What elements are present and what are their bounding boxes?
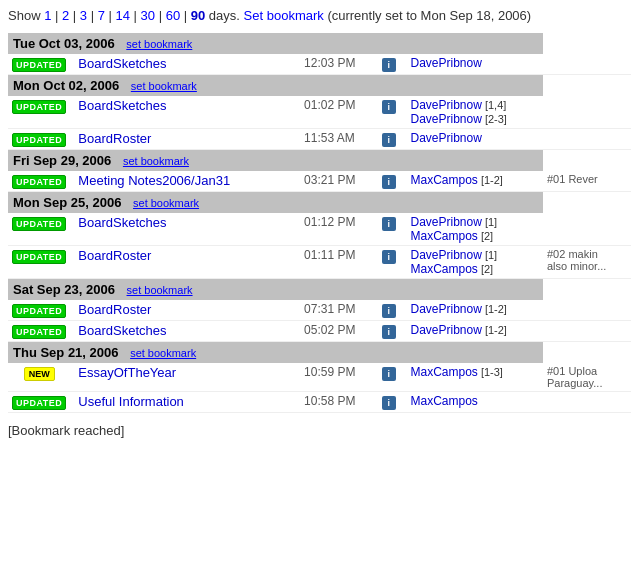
set-bookmark-date-link[interactable]: set bookmark [126,38,192,50]
author-link[interactable]: MaxCampos [410,262,477,276]
comment-cell [543,213,631,246]
author-cell: MaxCampos [406,392,543,413]
author-link[interactable]: MaxCampos [410,365,477,379]
day-7-link[interactable]: 7 [98,8,105,23]
info-icon-cell[interactable]: i [378,54,407,75]
page-link[interactable]: BoardSketches [78,323,166,338]
author-link[interactable]: DavePribnow [410,215,481,229]
info-icon-cell[interactable]: i [378,300,407,321]
badge-cell: UPDATED [8,246,70,279]
page-link[interactable]: BoardRoster [78,248,151,263]
updated-badge: UPDATED [12,250,66,264]
author-link[interactable]: DavePribnow [410,248,481,262]
author-link[interactable]: MaxCampos [410,173,477,187]
badge-cell: UPDATED [8,392,70,413]
info-icon[interactable]: i [382,217,396,231]
info-icon-cell[interactable]: i [378,171,407,192]
day-2-link[interactable]: 2 [62,8,69,23]
day-30-link[interactable]: 30 [141,8,155,23]
info-icon-cell[interactable]: i [378,392,407,413]
set-bookmark-date-link[interactable]: set bookmark [127,284,193,296]
set-bookmark-date-link[interactable]: set bookmark [130,347,196,359]
date-row: Thu Sep 21, 2006 set bookmark [8,342,631,364]
page-link[interactable]: BoardSketches [78,56,166,71]
date-label: Tue Oct 03, 2006 [13,36,115,51]
page-cell: EssayOfTheYear [70,363,300,392]
author-suffix: [2] [478,263,493,275]
author-link[interactable]: DavePribnow [410,131,481,145]
current-bookmark: (currently set to Mon Sep 18, 2006) [327,8,531,23]
set-bookmark-date-link[interactable]: set bookmark [131,80,197,92]
author-link[interactable]: DavePribnow [410,112,481,126]
author-link[interactable]: MaxCampos [410,229,477,243]
info-icon-cell[interactable]: i [378,213,407,246]
time-cell: 12:03 PM [300,54,378,75]
badge-cell: UPDATED [8,129,70,150]
page-link[interactable]: Useful Information [78,394,184,409]
date-row: Sat Sep 23, 2006 set bookmark [8,279,631,301]
info-icon-cell[interactable]: i [378,129,407,150]
badge-cell: UPDATED [8,96,70,129]
date-label: Thu Sep 21, 2006 [13,345,119,360]
page-link[interactable]: Meeting Notes2006/Jan31 [78,173,230,188]
date-row: Mon Sep 25, 2006 set bookmark [8,192,631,214]
comment-cell [543,129,631,150]
author-link[interactable]: MaxCampos [410,394,477,408]
date-row: Mon Oct 02, 2006 set bookmark [8,75,631,97]
info-icon[interactable]: i [382,58,396,72]
page-link[interactable]: BoardRoster [78,302,151,317]
author-link[interactable]: DavePribnow [410,98,481,112]
info-icon[interactable]: i [382,367,396,381]
info-icon-cell[interactable]: i [378,96,407,129]
time-cell: 01:11 PM [300,246,378,279]
author-link[interactable]: DavePribnow [410,56,481,70]
author-link[interactable]: DavePribnow [410,302,481,316]
day-90-link[interactable]: 90 [191,8,205,23]
info-icon[interactable]: i [382,325,396,339]
comment-cell [543,96,631,129]
bookmark-reached: [Bookmark reached] [8,423,631,438]
page-cell: BoardSketches [70,54,300,75]
page-link[interactable]: BoardRoster [78,131,151,146]
day-14-link[interactable]: 14 [116,8,130,23]
updated-badge: UPDATED [12,133,66,147]
author-suffix: [1] [482,216,497,228]
author-suffix: [1-2] [478,174,503,186]
badge-cell: UPDATED [8,300,70,321]
info-icon-cell[interactable]: i [378,246,407,279]
set-bookmark-link[interactable]: Set bookmark [244,8,324,23]
time-cell: 07:31 PM [300,300,378,321]
info-icon[interactable]: i [382,175,396,189]
table-row: UPDATEDBoardSketches05:02 PMiDavePribnow… [8,321,631,342]
author-cell: DavePribnow [1-2] [406,321,543,342]
date-row: Tue Oct 03, 2006 set bookmark [8,33,631,54]
info-icon[interactable]: i [382,133,396,147]
page-cell: BoardRoster [70,246,300,279]
badge-cell: NEW [8,363,70,392]
page-link[interactable]: BoardSketches [78,215,166,230]
author-suffix: [1,4] [482,99,506,111]
info-icon[interactable]: i [382,250,396,264]
info-icon-cell[interactable]: i [378,363,407,392]
author-cell: DavePribnow [1]MaxCampos [2] [406,246,543,279]
info-icon[interactable]: i [382,100,396,114]
set-bookmark-date-link[interactable]: set bookmark [133,197,199,209]
day-1-link[interactable]: 1 [44,8,51,23]
page-cell: BoardSketches [70,321,300,342]
table-row: NEWEssayOfTheYear10:59 PMiMaxCampos [1-3… [8,363,631,392]
comment-cell: #02 makin also minor... [543,246,631,279]
info-icon[interactable]: i [382,396,396,410]
date-label: Mon Oct 02, 2006 [13,78,119,93]
author-suffix: [1-2] [482,324,507,336]
info-icon[interactable]: i [382,304,396,318]
author-link[interactable]: DavePribnow [410,323,481,337]
set-bookmark-date-link[interactable]: set bookmark [123,155,189,167]
table-row: UPDATEDBoardSketches01:12 PMiDavePribnow… [8,213,631,246]
info-icon-cell[interactable]: i [378,321,407,342]
table-row: UPDATEDUseful Information10:58 PMiMaxCam… [8,392,631,413]
day-60-link[interactable]: 60 [166,8,180,23]
page-link[interactable]: EssayOfTheYear [78,365,176,380]
day-3-link[interactable]: 3 [80,8,87,23]
updated-badge: UPDATED [12,217,66,231]
page-link[interactable]: BoardSketches [78,98,166,113]
